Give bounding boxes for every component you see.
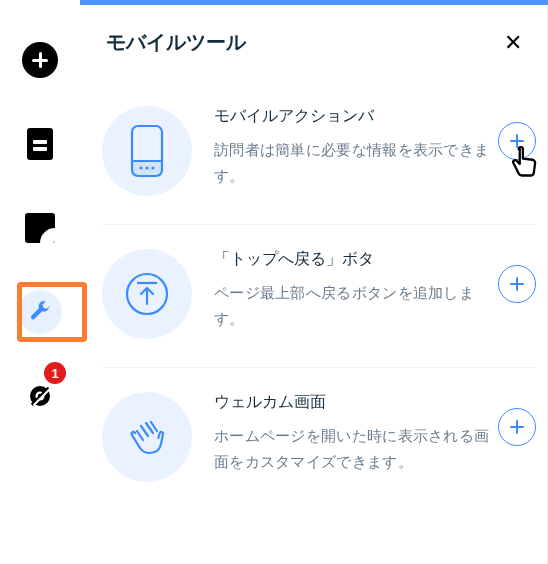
tool-description: ページ最上部へ戻るボタンを追加します。 xyxy=(214,280,490,331)
plus-icon xyxy=(510,134,524,148)
add-button[interactable] xyxy=(498,265,536,303)
sidebar: 1 xyxy=(0,0,80,564)
plus-icon xyxy=(510,277,524,291)
panel-title: モバイルツール xyxy=(106,29,246,56)
add-button[interactable] xyxy=(498,122,536,160)
selection-highlight xyxy=(17,282,87,342)
arrow-up-circle-icon xyxy=(102,249,192,339)
tool-title: 「トップへ戻る」ボタ xyxy=(214,249,490,270)
tools-panel: モバイルツール ✕ モバイルアク xyxy=(80,0,548,564)
plus-icon xyxy=(510,420,524,434)
sidebar-item-design[interactable] xyxy=(12,200,68,256)
tool-item-welcome-screen[interactable]: ウェルカム画面 ホームページを開いた時に表示される画面をカスタマイズできます。 xyxy=(102,368,536,510)
tool-item-back-to-top[interactable]: 「トップへ戻る」ボタ ページ最上部へ戻るボタンを追加します。 xyxy=(102,225,536,368)
document-icon xyxy=(22,126,58,162)
svg-point-10 xyxy=(151,166,154,169)
tool-description: ホームページを開いた時に表示される画面をカスタマイズできます。 xyxy=(214,423,490,474)
sidebar-item-add[interactable] xyxy=(12,32,68,88)
sidebar-item-tools[interactable] xyxy=(12,284,68,340)
phone-icon xyxy=(102,106,192,196)
tool-description: 訪問者は簡単に必要な情報を表示できます。 xyxy=(214,137,490,188)
tool-title: ウェルカム画面 xyxy=(214,392,490,413)
svg-point-8 xyxy=(139,166,142,169)
notification-badge: 1 xyxy=(44,362,66,384)
add-button[interactable] xyxy=(498,408,536,446)
tool-item-action-bar[interactable]: モバイルアクションバ 訪問者は簡単に必要な情報を表示できます。 xyxy=(102,82,536,225)
plus-circle-icon xyxy=(22,42,58,78)
cursor-pointer-icon xyxy=(505,145,545,185)
contrast-icon xyxy=(22,210,58,246)
tool-title: モバイルアクションバ xyxy=(214,106,490,127)
sidebar-item-hidden[interactable]: 1 xyxy=(12,368,68,424)
svg-point-9 xyxy=(145,166,148,169)
sidebar-item-pages[interactable] xyxy=(12,116,68,172)
wave-hand-icon xyxy=(102,392,192,482)
close-icon: ✕ xyxy=(504,30,522,55)
close-button[interactable]: ✕ xyxy=(504,32,522,54)
